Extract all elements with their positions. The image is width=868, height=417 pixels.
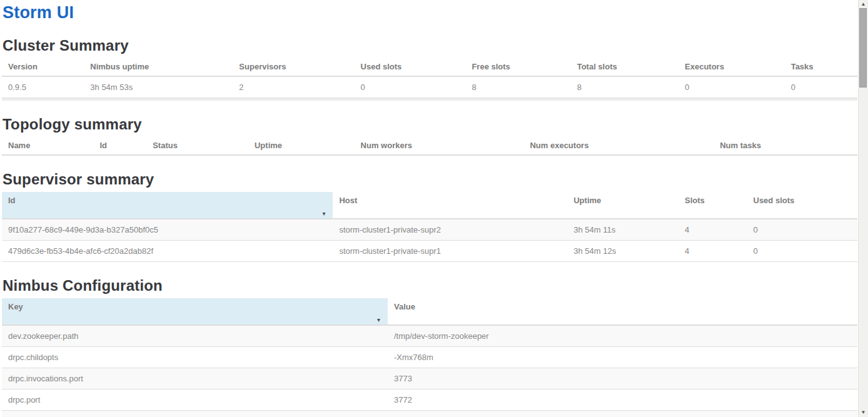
storm-ui-page: Storm UI Cluster Summary VersionNimbus u… bbox=[2, 3, 857, 417]
supervisor-summary-table: Id▾HostUptimeSlotsUsed slots9f10a277-68c… bbox=[2, 192, 857, 262]
key-cell: drpc.invocations.port bbox=[2, 368, 388, 389]
key-cell: dev.zookeeper.path bbox=[2, 325, 388, 347]
column-header-name[interactable]: Name bbox=[2, 137, 93, 155]
version-cell: 0.9.5 bbox=[2, 76, 84, 98]
used-slots-cell: 0 bbox=[747, 219, 858, 241]
column-header-num-workers[interactable]: Num workers bbox=[355, 137, 524, 155]
key-cell: drpc.port bbox=[2, 389, 388, 411]
sort-descending-icon: ▾ bbox=[322, 211, 325, 217]
table-header-row: VersionNimbus uptimeSupervisorsUsed slot… bbox=[2, 58, 857, 76]
uptime-cell: 3h 54m 12s bbox=[567, 241, 679, 262]
slots-cell: 4 bbox=[679, 219, 747, 241]
topology-summary-table: NameIdStatusUptimeNum workersNum executo… bbox=[2, 137, 857, 156]
tasks-cell: 0 bbox=[785, 76, 857, 98]
column-header-total-slots[interactable]: Total slots bbox=[571, 58, 679, 76]
value-cell: /tmp/dev-storm-zookeeper bbox=[388, 325, 857, 347]
table-header-row: Id▾HostUptimeSlotsUsed slots bbox=[2, 192, 857, 219]
cluster-table-footer-band bbox=[2, 98, 857, 101]
supervisor-summary-heading: Supervisor summary bbox=[3, 171, 857, 188]
table-row: 479d6c3e-fb53-4b4e-afc6-cf20a2dab82fstor… bbox=[2, 241, 857, 262]
value-cell: -Xmx768m bbox=[388, 347, 857, 368]
column-header-num-tasks[interactable]: Num tasks bbox=[714, 137, 857, 155]
page-title: Storm UI bbox=[3, 3, 857, 22]
supervisors-cell: 2 bbox=[233, 76, 354, 98]
table-row: 0.9.53h 54m 53s208800 bbox=[2, 76, 857, 98]
scrollbar-down-icon[interactable]: ▼ bbox=[859, 408, 868, 416]
host-cell: storm-cluster1-private-supr2 bbox=[333, 219, 567, 241]
column-header-status[interactable]: Status bbox=[146, 137, 248, 155]
table-row: drpc.port3772 bbox=[2, 389, 857, 411]
column-header-key[interactable]: Key▾ bbox=[2, 298, 388, 325]
column-header-executors[interactable]: Executors bbox=[679, 58, 785, 76]
sort-descending-icon: ▾ bbox=[377, 317, 380, 323]
column-header-free-slots[interactable]: Free slots bbox=[465, 58, 570, 76]
cluster-summary-table: VersionNimbus uptimeSupervisorsUsed slot… bbox=[2, 58, 857, 98]
total-slots-cell: 8 bbox=[571, 76, 679, 98]
value-cell: 3773 bbox=[388, 368, 857, 389]
nimbus-uptime-cell: 3h 54m 53s bbox=[84, 76, 233, 98]
column-header-slots[interactable]: Slots bbox=[679, 192, 747, 219]
column-header-supervisors[interactable]: Supervisors bbox=[233, 58, 354, 76]
table-header-row: Key▾Value bbox=[2, 298, 857, 325]
uptime-cell: 3h 54m 11s bbox=[567, 219, 679, 241]
value-cell: 128 bbox=[388, 411, 857, 417]
column-header-used-slots[interactable]: Used slots bbox=[355, 58, 466, 76]
column-header-value[interactable]: Value bbox=[388, 298, 857, 325]
used-slots-cell: 0 bbox=[747, 241, 858, 262]
column-header-uptime[interactable]: Uptime bbox=[248, 137, 355, 155]
id-cell: 9f10a277-68c9-449e-9d3a-b327a50bf0c5 bbox=[2, 219, 333, 241]
column-header-nimbus-uptime[interactable]: Nimbus uptime bbox=[84, 58, 233, 76]
host-cell: storm-cluster1-private-supr1 bbox=[333, 241, 567, 262]
free-slots-cell: 8 bbox=[465, 76, 570, 98]
table-row: drpc.queue.size128 bbox=[2, 411, 857, 417]
cluster-summary-heading: Cluster Summary bbox=[3, 37, 857, 54]
scrollbar-thumb[interactable] bbox=[859, 8, 867, 88]
topology-summary-heading: Topology summary bbox=[3, 116, 857, 133]
column-header-tasks[interactable]: Tasks bbox=[785, 58, 857, 76]
table-row: 9f10a277-68c9-449e-9d3a-b327a50bf0c5stor… bbox=[2, 219, 857, 241]
column-header-uptime[interactable]: Uptime bbox=[567, 192, 679, 219]
table-row: dev.zookeeper.path/tmp/dev-storm-zookeep… bbox=[2, 325, 857, 347]
key-cell: drpc.queue.size bbox=[2, 411, 388, 417]
nimbus-configuration-heading: Nimbus Configuration bbox=[3, 277, 857, 294]
id-cell: 479d6c3e-fb53-4b4e-afc6-cf20a2dab82f bbox=[2, 241, 333, 262]
column-header-id[interactable]: Id bbox=[93, 137, 146, 155]
vertical-scrollbar[interactable]: ▲ ▼ bbox=[858, 0, 868, 417]
table-row: drpc.invocations.port3773 bbox=[2, 368, 857, 389]
used-slots-cell: 0 bbox=[355, 76, 466, 98]
scrollbar-up-icon[interactable]: ▲ bbox=[859, 0, 868, 8]
slots-cell: 4 bbox=[679, 241, 747, 262]
executors-cell: 0 bbox=[679, 76, 785, 98]
storm-ui-home-link[interactable]: Storm UI bbox=[3, 3, 74, 22]
column-header-host[interactable]: Host bbox=[333, 192, 567, 219]
key-cell: drpc.childopts bbox=[2, 347, 388, 368]
column-header-used-slots[interactable]: Used slots bbox=[747, 192, 858, 219]
table-row: drpc.childopts-Xmx768m bbox=[2, 347, 857, 368]
column-header-num-executors[interactable]: Num executors bbox=[523, 137, 714, 155]
table-header-row: NameIdStatusUptimeNum workersNum executo… bbox=[2, 137, 857, 155]
column-header-version[interactable]: Version bbox=[2, 58, 84, 76]
column-header-id[interactable]: Id▾ bbox=[2, 192, 333, 219]
nimbus-configuration-table: Key▾Valuedev.zookeeper.path/tmp/dev-stor… bbox=[2, 298, 857, 417]
value-cell: 3772 bbox=[388, 389, 857, 411]
